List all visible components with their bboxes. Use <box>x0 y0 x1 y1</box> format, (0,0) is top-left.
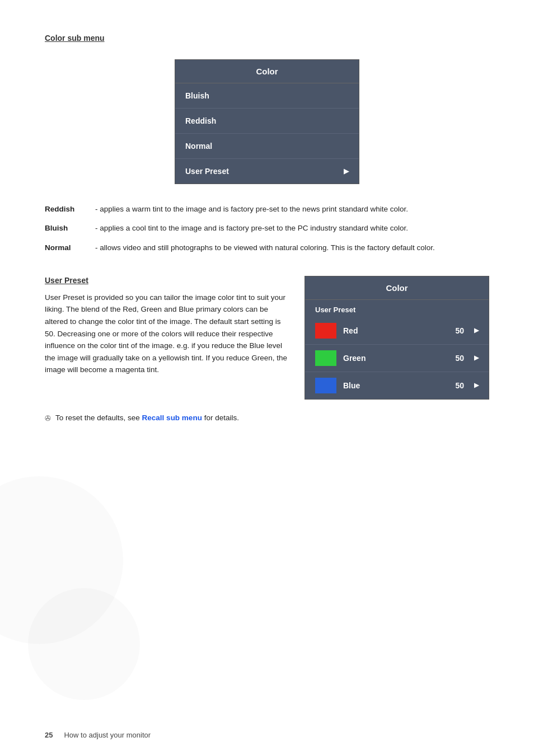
desc-term-normal: Normal <box>45 242 90 253</box>
page-footer: 25 How to adjust your monitor <box>45 731 151 739</box>
reset-note-text: To reset the defaults, see Recall sub me… <box>55 414 239 422</box>
red-value: 50 <box>455 326 464 335</box>
user-preset-section: User Preset User Preset is provided so y… <box>45 276 489 400</box>
user-preset-text-block: User Preset User Preset is provided so y… <box>45 276 288 376</box>
user-preset-arrow-icon: ▶ <box>344 167 349 175</box>
green-swatch <box>315 350 336 366</box>
user-preset-body: User Preset is provided so you can tailo… <box>45 292 288 376</box>
color-menu-item-reddish[interactable]: Reddish <box>175 109 359 134</box>
blue-value: 50 <box>455 381 464 390</box>
color-menu-item-user-preset[interactable]: User Preset ▶ <box>175 159 359 184</box>
desc-def-bluish: - applies a cool tint to the image and i… <box>95 223 408 234</box>
color-menu-2: Color User Preset Red 50 ▶ Green 50 ▶ Bl… <box>305 276 489 400</box>
desc-term-bluish: Bluish <box>45 223 90 234</box>
color-menu-2-section-label: User Preset <box>305 300 489 317</box>
desc-def-normal: - allows video and still photographs to … <box>95 242 435 253</box>
color-menu-2-title: Color <box>305 276 489 300</box>
page-number: 25 <box>45 731 53 739</box>
color-menu-item-bluish-label: Bluish <box>185 91 209 100</box>
color-menu-item-reddish-label: Reddish <box>185 116 216 125</box>
blue-swatch <box>315 378 336 393</box>
reset-note-suffix: for details. <box>202 414 239 422</box>
color-menu-1-title: Color <box>175 60 359 83</box>
red-label: Red <box>343 326 448 335</box>
desc-item-bluish: Bluish - applies a cool tint to the imag… <box>45 223 489 234</box>
reset-note: ✇ To reset the defaults, see Recall sub … <box>45 414 489 422</box>
footer-text: How to adjust your monitor <box>64 731 151 739</box>
desc-item-reddish: Reddish - applies a warm tint to the ima… <box>45 204 489 215</box>
color-menu-1: Color Bluish Reddish Normal User Preset … <box>175 59 359 184</box>
red-swatch <box>315 323 336 339</box>
recall-sub-menu-link[interactable]: Recall sub menu <box>142 414 202 422</box>
reset-note-prefix: To reset the defaults, see <box>55 414 142 422</box>
color-menu-item-normal-label: Normal <box>185 142 212 151</box>
green-label: Green <box>343 354 448 363</box>
color-menu2-item-red[interactable]: Red 50 ▶ <box>305 317 489 345</box>
color-menu-item-user-preset-label: User Preset <box>185 167 229 176</box>
red-arrow-icon: ▶ <box>474 327 479 334</box>
color-menu-1-container: Color Bluish Reddish Normal User Preset … <box>45 59 489 184</box>
color-menu-item-bluish[interactable]: Bluish <box>175 83 359 109</box>
blue-label: Blue <box>343 381 448 390</box>
desc-item-normal: Normal - allows video and still photogra… <box>45 242 489 253</box>
desc-term-reddish: Reddish <box>45 204 90 215</box>
color-menu-item-normal[interactable]: Normal <box>175 134 359 159</box>
color-menu2-item-green[interactable]: Green 50 ▶ <box>305 345 489 372</box>
user-preset-heading: User Preset <box>45 276 288 285</box>
green-value: 50 <box>455 354 464 363</box>
description-list: Reddish - applies a warm tint to the ima… <box>45 204 489 253</box>
blue-arrow-icon: ▶ <box>474 382 479 389</box>
green-arrow-icon: ▶ <box>474 354 479 361</box>
desc-def-reddish: - applies a warm tint to the image and i… <box>95 204 408 215</box>
color-menu2-item-blue[interactable]: Blue 50 ▶ <box>305 372 489 399</box>
reset-note-icon: ✇ <box>45 414 51 422</box>
color-submenu-heading: Color sub menu <box>45 34 489 43</box>
